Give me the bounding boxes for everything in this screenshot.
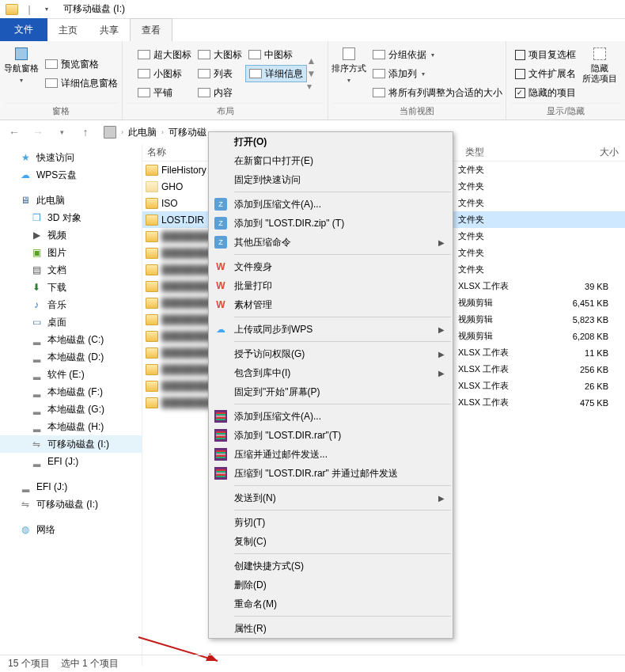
rar-icon [214,466,228,480]
context-menu-sendto[interactable]: 发送到(N)▶ [209,488,453,507]
tree-item-label: 本地磁盘 (D:) [47,351,104,364]
tree-item[interactable]: ▂本地磁盘 (G:) [0,401,142,418]
context-menu-label: 压缩到 "LOST.DIR.rar" 并通过邮件发送 [234,467,398,480]
file-type: 文件夹 [458,197,537,209]
tree-item[interactable]: ☁WPS云盘 [0,166,142,184]
up-button[interactable]: ↑ [76,123,95,142]
context-menu-wps2[interactable]: W批量打印 [209,276,453,295]
context-menu-rar4[interactable]: 压缩到 "LOST.DIR.rar" 并通过邮件发送 [209,464,453,483]
context-menu-separator [234,510,451,511]
tree-item[interactable]: ▂本地磁盘 (D:) [0,348,142,366]
context-menu-addzip[interactable]: Z添加到 "LOST.DIR.zip" (T) [209,214,453,233]
tree-item[interactable]: ♪音乐 [0,296,142,313]
context-menu-rar1[interactable]: 添加到压缩文件(A)... [209,407,453,426]
scroll-down-icon[interactable]: ▼ [307,68,316,79]
layout-tiles-button[interactable]: 平铺 [134,84,195,101]
context-menu-upwps[interactable]: ☁上传或同步到WPS▶ [209,320,453,339]
context-menu-library[interactable]: 包含到库中(I)▶ [209,363,453,382]
tree-item[interactable]: 🖥此电脑 [0,192,142,209]
context-menu-rar2[interactable]: 添加到 "LOST.DIR.rar"(T) [209,426,453,445]
context-menu-grant[interactable]: 授予访问权限(G)▶ [209,344,453,363]
tab-file[interactable]: 文件 [0,18,47,41]
layout-details-button[interactable]: 详细信息 [245,65,307,82]
recent-locations-button[interactable]: ▾ [52,123,71,142]
tree-item[interactable]: ▤文档 [0,261,142,279]
nav-pane-button[interactable]: 导航窗格 ▾ [1,44,42,103]
tree-item[interactable]: ⬇下载 [0,279,142,296]
tree-item[interactable]: ❒3D 对象 [0,209,142,226]
layout-extra-large-button[interactable]: 超大图标 [134,46,195,63]
quick-access-folder-icon[interactable] [5,2,19,17]
tree-item[interactable]: ▂软件 (E:) [0,366,142,383]
zip-icon: Z [214,235,228,249]
tree-item[interactable]: ▶视频 [0,226,142,244]
layout-small-button[interactable]: 小图标 [134,65,195,82]
list-icon [198,69,210,78]
back-button[interactable]: ← [5,123,24,142]
context-menu-newwin[interactable]: 在新窗口中打开(E) [209,151,453,170]
tree-item[interactable]: ⇋可移动磁盘 (I:) [0,435,142,453]
tree-item[interactable]: ⇋可移动磁盘 (I:) [0,495,142,513]
quick-access-dropdown-icon[interactable]: ▾ [40,2,54,17]
tab-home[interactable]: 主页 [47,19,89,41]
breadcrumb-segment[interactable]: 此电脑 [128,126,157,139]
tree-item[interactable]: ▂本地磁盘 (H:) [0,418,142,435]
folder-icon [146,347,158,359]
context-menu-otherzip[interactable]: Z其他压缩命令▶ [209,233,453,252]
breadcrumb-segment[interactable]: 可移动磁 [169,126,206,139]
context-menu-copy[interactable]: 复制(C) [209,532,453,551]
context-menu-cut[interactable]: 剪切(T) [209,513,453,532]
column-header-size[interactable]: 大小 [554,146,625,159]
sort-by-button[interactable]: 排序方式 ▾ [328,44,369,103]
context-menu-props[interactable]: 属性(R) [209,619,453,638]
context-menu-wps1[interactable]: W文件瘦身 [209,257,453,276]
hide-selected-button[interactable]: 隐藏 所选项目 [579,44,620,103]
item-checkboxes-toggle[interactable]: 项目复选框 [512,46,579,63]
fit-columns-button[interactable]: 将所有列调整为合适的大小 [369,84,506,101]
context-menu-open[interactable]: 打开(O) [209,132,453,151]
down-icon: ⬇ [30,281,43,294]
preview-pane-button[interactable]: 预览窗格 [42,55,121,73]
hidden-items-toggle[interactable]: ✓隐藏的项目 [512,84,579,101]
add-columns-button[interactable]: 添加列▾ [369,65,506,82]
drive-icon: ▂ [30,385,43,398]
video-icon: ▶ [30,229,43,241]
layout-content-button[interactable]: 内容 [195,84,245,101]
scroll-up-icon[interactable]: ▲ [307,55,316,66]
context-menu-rar3[interactable]: 压缩并通过邮件发送... [209,445,453,464]
context-menu-delete[interactable]: 删除(D) [209,575,453,594]
details-pane-button[interactable]: 详细信息窗格 [42,74,121,92]
context-menu-wps3[interactable]: W素材管理 [209,295,453,314]
tree-item[interactable]: ▂EFI (J:) [0,453,142,470]
file-extensions-toggle[interactable]: 文件扩展名 [512,65,579,82]
column-header-type[interactable]: 类型 [459,146,538,159]
context-menu-pinstart[interactable]: 固定到"开始"屏幕(P) [209,382,453,401]
context-menu-shortcut[interactable]: 创建快捷方式(S) [209,556,453,575]
context-menu-pinqa[interactable]: 固定到快速访问 [209,170,453,189]
group-by-icon [373,50,385,59]
tree-item[interactable]: ▂本地磁盘 (F:) [0,383,142,401]
layout-list-button[interactable]: 列表 [195,65,245,82]
tree-item-label: 桌面 [47,316,66,329]
music-icon: ♪ [30,298,43,311]
tree-item[interactable]: ▭桌面 [0,313,142,331]
layout-large-button[interactable]: 大图标 [195,46,245,63]
file-type: 文件夹 [458,214,537,226]
context-menu-label: 在新窗口中打开(E) [234,154,313,168]
tree-item[interactable]: ▂本地磁盘 (C:) [0,331,142,348]
tree-item-label: 可移动磁盘 (I:) [36,498,98,511]
tree-item[interactable]: ★快速访问 [0,149,142,166]
tab-share[interactable]: 共享 [89,19,130,41]
tree-item[interactable]: ▣图片 [0,244,142,261]
tab-view[interactable]: 查看 [130,18,172,41]
tree-item-label: WPS云盘 [36,169,77,182]
tree-item[interactable]: ▂EFI (J:) [0,478,142,495]
context-menu-rename[interactable]: 重命名(M) [209,594,453,613]
file-type: 文件夹 [458,164,537,176]
group-by-button[interactable]: 分组依据▾ [369,46,506,63]
expand-icon[interactable]: ▾ [307,81,316,92]
tree-item[interactable]: ◍网络 [0,521,142,538]
context-menu-addarc[interactable]: Z添加到压缩文件(A)... [209,195,453,214]
layout-medium-button[interactable]: 中图标 [245,46,307,63]
forward-button[interactable]: → [28,123,47,142]
